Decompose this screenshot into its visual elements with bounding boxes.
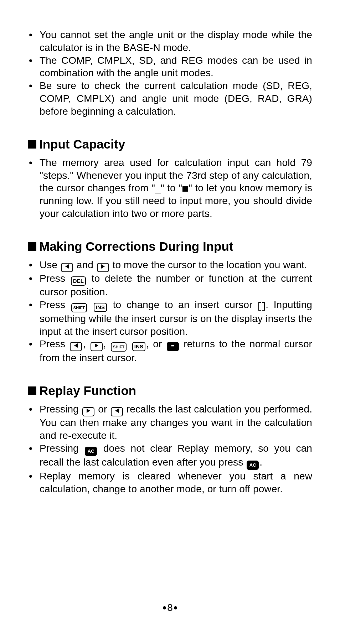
replay-bullets: Pressing or recalls the last calculation… bbox=[28, 403, 312, 495]
left-arrow-key-icon bbox=[111, 407, 123, 416]
text: to move the cursor to the location you w… bbox=[110, 259, 307, 270]
page-number: 8 bbox=[167, 602, 173, 613]
text: to change to an insert cursor bbox=[108, 299, 258, 310]
shift-key-icon: SHIFT bbox=[71, 303, 87, 312]
page-footer: 8 bbox=[0, 602, 340, 613]
list-item: Press SHIFT INS to change to an insert c… bbox=[28, 298, 312, 338]
text: . bbox=[259, 457, 262, 468]
text: Pressing bbox=[40, 443, 84, 454]
equals-key-icon: = bbox=[167, 342, 179, 351]
footer-dot-icon bbox=[163, 606, 166, 609]
list-item: Be sure to check the current calculation… bbox=[28, 79, 312, 118]
list-item: Use and to move the cursor to the locati… bbox=[28, 259, 312, 272]
shift-key-icon: SHIFT bbox=[111, 342, 127, 352]
left-arrow-key-icon bbox=[70, 342, 82, 351]
text: , bbox=[83, 338, 89, 349]
insert-cursor-icon bbox=[258, 302, 265, 309]
right-arrow-key-icon bbox=[82, 407, 94, 416]
heading-input-capacity: Input Capacity bbox=[28, 137, 312, 151]
list-item: You cannot set the angle unit or the dis… bbox=[28, 28, 312, 54]
left-arrow-key-icon bbox=[61, 263, 73, 272]
list-item: Press , , SHIFT INS, or = returns to the… bbox=[28, 338, 312, 364]
list-item: The memory area used for calculation inp… bbox=[28, 156, 312, 220]
block-cursor-icon bbox=[182, 186, 188, 192]
intro-bullets: You cannot set the angle unit or the dis… bbox=[28, 28, 312, 118]
list-item: Press DEL to delete the number or functi… bbox=[28, 272, 312, 298]
text: Press bbox=[40, 338, 69, 349]
heading-replay-function: Replay Function bbox=[28, 384, 312, 398]
ac-key-icon: AC bbox=[247, 461, 259, 470]
list-item: Pressing AC does not clear Replay memory… bbox=[28, 442, 312, 470]
list-item: Pressing or recalls the last calculation… bbox=[28, 403, 312, 442]
list-item: The COMP, CMPLX, SD, and REG modes can b… bbox=[28, 54, 312, 80]
right-arrow-key-icon bbox=[97, 263, 109, 272]
ac-key-icon: AC bbox=[85, 447, 97, 456]
text: Press bbox=[40, 299, 71, 310]
ins-key-icon: INS bbox=[132, 342, 145, 351]
right-arrow-key-icon bbox=[91, 342, 103, 351]
text: , or bbox=[146, 338, 166, 349]
text: or bbox=[95, 404, 110, 415]
text: Press bbox=[40, 273, 70, 284]
ins-key-icon: INS bbox=[94, 303, 107, 312]
footer-dot-icon bbox=[174, 606, 177, 609]
heading-making-corrections: Making Corrections During Input bbox=[28, 239, 312, 254]
list-item: Replay memory is cleared whenever you st… bbox=[28, 470, 312, 495]
text: Pressing bbox=[40, 404, 82, 415]
text: , bbox=[103, 338, 110, 349]
corrections-bullets: Use and to move the cursor to the locati… bbox=[28, 259, 312, 364]
input-capacity-bullets: The memory area used for calculation inp… bbox=[28, 156, 312, 220]
del-key-icon: DEL bbox=[71, 276, 86, 286]
text: and bbox=[74, 259, 96, 270]
page-content: You cannot set the angle unit or the dis… bbox=[28, 28, 312, 495]
text: Use bbox=[40, 259, 60, 270]
